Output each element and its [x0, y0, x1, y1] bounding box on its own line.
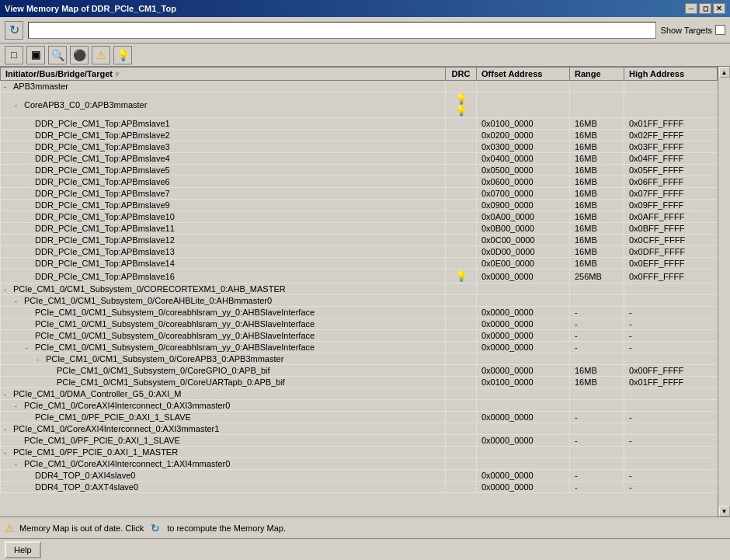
table-row[interactable]: DDR_PCIe_CM1_Top:APBmslave10x0100_000016… [1, 118, 718, 130]
cell-name-text: PCIe_CM1_0/CM1_Subsystem_0/CoreGPIO_0:AP… [57, 366, 270, 375]
filter-icon[interactable]: ▿ [115, 70, 119, 78]
table-row[interactable]: PCIe_CM1_0/CM1_Subsystem_0/coreabhlsram_… [1, 307, 718, 318]
close-button[interactable]: ✕ [713, 3, 725, 14]
table-row[interactable]: -PCIe_CM1_0/CoreAXI4Interconnect_1:AXI4m… [1, 458, 718, 470]
table-row[interactable]: -PCIe_CM1_0/CM1_Subsystem_0/CORECORTEXM1… [1, 283, 718, 295]
expand-all-button[interactable]: ▣ [26, 46, 45, 64]
tree-toggle[interactable]: - [4, 83, 12, 91]
cell-name: PCIe_CM1_0/CM1_Subsystem_0/CoreGPIO_0:AP… [1, 365, 446, 377]
tree-toggle[interactable]: - [15, 402, 23, 410]
recompute-button[interactable]: ↻ [148, 521, 162, 535]
table-row[interactable]: PCIe_CM1_0/PF_PCIE_0:AXI_1_SLAVE0x0000_0… [1, 412, 718, 423]
zoom-in-button[interactable]: 🔍 [48, 46, 67, 64]
table-row[interactable]: PCIe_CM1_0/CM1_Subsystem_0/coreabhlsram_… [1, 330, 718, 342]
table-row[interactable]: DDR_PCIe_CM1_Top:APBmslave60x0600_000016… [1, 176, 718, 188]
table-row[interactable]: -PCIe_CM1_0/PF_PCIE_0:AXI_1_MASTER [1, 447, 718, 458]
cell-name: -APB3mmaster [1, 81, 446, 92]
table-row[interactable]: DDR_PCIe_CM1_Top:APBmslave100x0A00_00001… [1, 211, 718, 223]
col-header-range: Range [570, 68, 624, 81]
scrollbar-down[interactable]: ▼ [719, 506, 730, 517]
table-row[interactable]: -PCIe_CM1_0/CM1_Subsystem_0/coreabhlsram… [1, 342, 718, 353]
cell-drc [446, 258, 477, 270]
second-toolbar: □ ▣ 🔍 ⚫ ⚠ 💡 [0, 43, 730, 67]
table-row[interactable]: -CoreAPB3_C0_0:APB3mmaster💡💡 [1, 92, 718, 118]
remove-button[interactable]: ⚫ [70, 46, 89, 64]
table-row[interactable]: PCIe_CM1_0/CM1_Subsystem_0/coreabhlsram_… [1, 318, 718, 330]
cell-drc [446, 130, 477, 141]
cell-range: 16MB [570, 188, 624, 200]
table-row[interactable]: -PCIe_CM1_0/DMA_Controller_G5_0:AXI_M [1, 388, 718, 400]
table-row[interactable]: DDR_PCIe_CM1_Top:APBmslave16💡0x0000_0000… [1, 270, 718, 283]
title-bar-controls: ─ ◻ ✕ [685, 3, 725, 14]
cell-offset: 0x0000_0000 [477, 270, 570, 283]
cell-high: 0x03FF_FFFF [624, 141, 718, 153]
tree-toggle[interactable]: - [4, 449, 12, 457]
table-row[interactable]: DDR_PCIe_CM1_Top:APBmslave130x0D00_00001… [1, 246, 718, 258]
cell-name: PCIe_CM1_0/PF_PCIE_0:AXI_1_SLAVE [1, 412, 446, 423]
tree-toggle[interactable]: - [4, 286, 12, 294]
cell-drc [446, 295, 477, 307]
cell-range: 256MB [570, 270, 624, 283]
table-row[interactable]: DDR_PCIe_CM1_Top:APBmslave140x0E00_00001… [1, 258, 718, 270]
table-row[interactable]: PCIe_CM1_0/PF_PCIE_0:AXI_1_SLAVE0x0000_0… [1, 435, 718, 447]
show-targets-checkbox[interactable] [715, 25, 725, 35]
table-row[interactable]: -PCIe_CM1_0/CM1_Subsystem_0/CoreAPB3_0:A… [1, 353, 718, 365]
tree-toggle[interactable]: - [15, 297, 23, 305]
cell-high: 0x09FF_FFFF [624, 200, 718, 211]
table-row[interactable]: -PCIe_CM1_0/CM1_Subsystem_0/CoreAHBLite_… [1, 295, 718, 307]
cell-range: 16MB [570, 200, 624, 211]
table-scroll-area[interactable]: Initiator/Bus/Bridge/Target ▿ DRC Offset… [0, 67, 718, 517]
table-row[interactable]: -PCIe_CM1_0/CoreAXI4Interconnect_0:AXI3m… [1, 423, 718, 435]
scrollbar-track[interactable]: ▲ ▼ [718, 67, 730, 517]
tree-toggle[interactable]: - [26, 344, 33, 352]
table-row[interactable]: DDR_PCIe_CM1_Top:APBmslave90x0900_000016… [1, 200, 718, 211]
cell-range: 16MB [570, 223, 624, 235]
tree-toggle[interactable]: - [4, 426, 12, 433]
table-row[interactable]: DDR4_TOP_0:AXT4slave00x0000_0000-- [1, 482, 718, 493]
tree-toggle[interactable]: - [15, 102, 23, 110]
cell-range: 16MB [570, 246, 624, 258]
table-row[interactable]: DDR_PCIe_CM1_Top:APBmslave30x0300_000016… [1, 141, 718, 153]
scrollbar-up[interactable]: ▲ [719, 67, 730, 78]
cell-high: - [624, 330, 718, 342]
search-input[interactable] [28, 22, 656, 39]
cell-offset: 0x0000_0000 [477, 342, 570, 353]
table-row[interactable]: DDR4_TOP_0:AXI4slave00x0000_0000-- [1, 470, 718, 482]
cell-name: PCIe_CM1_0/CM1_Subsystem_0/coreabhlsram_… [1, 307, 446, 318]
table-row[interactable]: -APB3mmaster [1, 81, 718, 92]
tree-toggle[interactable]: - [36, 356, 44, 363]
maximize-button[interactable]: ◻ [699, 3, 711, 14]
refresh-button[interactable]: ↻ [5, 21, 23, 40]
cell-drc [446, 365, 477, 377]
tree-toggle[interactable]: - [4, 391, 12, 398]
tree-toggle[interactable]: - [15, 461, 23, 468]
cell-drc [446, 353, 477, 365]
table-row[interactable]: PCIe_CM1_0/CM1_Subsystem_0/CoreGPIO_0:AP… [1, 365, 718, 377]
cell-drc [446, 400, 477, 412]
cell-name: DDR_PCIe_CM1_Top:APBmslave16 [1, 270, 446, 283]
table-row[interactable]: PCIe_CM1_0/CM1_Subsystem_0/CoreUARTapb_0… [1, 377, 718, 388]
table-row[interactable]: DDR_PCIe_CM1_Top:APBmslave70x0700_000016… [1, 188, 718, 200]
cell-high [624, 353, 718, 365]
cell-name: -PCIe_CM1_0/CM1_Subsystem_0/coreabhlsram… [1, 342, 446, 353]
bulb-button[interactable]: 💡 [113, 46, 132, 64]
table-row[interactable]: DDR_PCIe_CM1_Top:APBmslave120x0C00_00001… [1, 235, 718, 246]
cell-name-text: PCIe_CM1_0/CM1_Subsystem_0/CoreUARTapb_0… [57, 377, 285, 387]
cell-drc [446, 118, 477, 130]
table-row[interactable]: DDR_PCIe_CM1_Top:APBmslave110x0B00_00001… [1, 223, 718, 235]
cell-high: 0x07FF_FFFF [624, 188, 718, 200]
cell-range [570, 353, 624, 365]
table-row[interactable]: DDR_PCIe_CM1_Top:APBmslave20x0200_000016… [1, 130, 718, 141]
table-row[interactable]: DDR_PCIe_CM1_Top:APBmslave40x0400_000016… [1, 153, 718, 165]
cell-offset [477, 92, 570, 118]
table-row[interactable]: DDR_PCIe_CM1_Top:APBmslave50x0500_000016… [1, 165, 718, 176]
minimize-button[interactable]: ─ [685, 3, 697, 14]
table-row[interactable]: -PCIe_CM1_0/CoreAXI4Interconnect_0:AXI3m… [1, 400, 718, 412]
main-content: Initiator/Bus/Bridge/Target ▿ DRC Offset… [0, 67, 730, 517]
collapse-all-button[interactable]: □ [5, 46, 23, 64]
cell-high: 0x01FF_FFFF [624, 377, 718, 388]
cell-offset [477, 447, 570, 458]
warning-button[interactable]: ⚠ [92, 46, 110, 64]
help-button[interactable]: Help [5, 541, 41, 558]
cell-offset: 0x0700_0000 [477, 188, 570, 200]
